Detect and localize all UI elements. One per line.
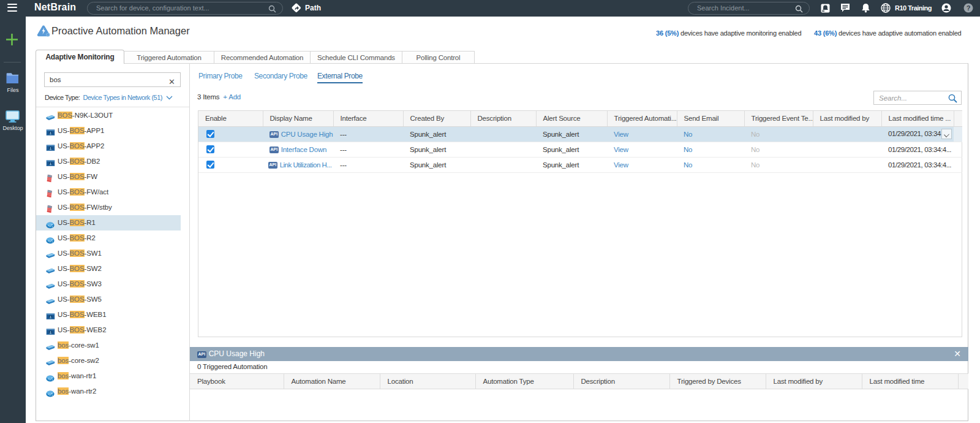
svg-text:?: ? <box>967 4 971 12</box>
